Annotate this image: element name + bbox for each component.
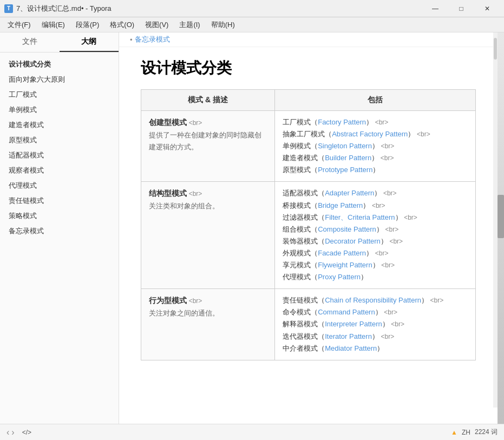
title-bar: T 7、设计模式汇总.md• - Typora — □ ✕ (0, 0, 504, 17)
breadcrumb: • 备忘录模式 (119, 32, 498, 47)
list-item: 享元模式（Flyweight Pattern） <br> (283, 261, 395, 269)
list-item: 工厂模式（Factory Pattern） <br> (283, 118, 388, 126)
table-row: 行为型模式 <br>关注对象之间的通信。责任链模式（Chain of Respo… (141, 289, 476, 360)
pattern-category-cell: 行为型模式 <br>关注对象之间的通信。 (141, 289, 275, 360)
br-tag: <br> (381, 142, 395, 150)
pattern-includes-cell: 责任链模式（Chain of Responsibility Pattern） <… (275, 289, 476, 360)
pattern-includes-cell: 适配器模式（Adapter Pattern） <br>桥接模式（Bridge P… (275, 182, 476, 289)
minimize-button[interactable]: — (423, 0, 448, 17)
sidebar-item-strategy[interactable]: 策略模式 (0, 208, 119, 224)
sidebar-item-prototype[interactable]: 原型模式 (0, 133, 119, 148)
pattern-link[interactable]: Composite Pattern (318, 225, 376, 233)
word-count: 2224 词 (475, 428, 498, 437)
pattern-link[interactable]: Command Pattern (318, 308, 375, 316)
sidebar-item-builder[interactable]: 建造者模式 (0, 117, 119, 133)
list-item: 装饰器模式（Decorator Pattern） <br> (283, 237, 403, 245)
pattern-link[interactable]: Prototype Pattern (318, 166, 372, 174)
sidebar-item-chain[interactable]: 责任链模式 (0, 193, 119, 208)
pattern-link[interactable]: Decorator Pattern (325, 237, 381, 245)
maximize-button[interactable]: □ (449, 0, 474, 17)
pattern-name: 行为型模式 (149, 296, 187, 305)
list-item: 中介者模式（Mediator Pattern） (283, 344, 384, 352)
pattern-link[interactable]: Factory Pattern (318, 118, 366, 126)
table-header-pattern: 模式 & 描述 (141, 90, 275, 111)
list-item: 解释器模式（Interpreter Pattern） <br> (283, 320, 404, 328)
pattern-link[interactable]: Iterator Pattern (325, 332, 372, 340)
list-item: 建造者模式（Builder Pattern） <br> (283, 154, 394, 162)
list-item: 单例模式（Singleton Pattern） <br> (283, 142, 394, 150)
pattern-link[interactable]: Adapter Pattern (325, 189, 374, 197)
br-tag: <br> (383, 189, 397, 197)
br-tag: <br> (189, 119, 202, 127)
scrollbar-thumb[interactable] (494, 38, 497, 60)
page-title: 设计模式分类 (141, 58, 476, 78)
pattern-link[interactable]: Facade Pattern (318, 249, 366, 257)
tab-outline[interactable]: 大纲 (60, 32, 119, 52)
sidebar-item-design-patterns[interactable]: 设计模式分类 (0, 57, 119, 72)
list-item: 原型模式（Prototype Pattern） (283, 166, 379, 174)
close-button[interactable]: ✕ (475, 0, 500, 17)
main-container: 文件 大纲 设计模式分类 面向对象六大原则 工厂模式 单例模式 建造者模式 原型… (0, 32, 504, 424)
pattern-includes-cell: 工厂模式（Factory Pattern） <br>抽象工厂模式（Abstrac… (275, 111, 476, 182)
sidebar-item-adapter[interactable]: 适配器模式 (0, 148, 119, 163)
doc-content: 设计模式分类 模式 & 描述 包括 创建型模式 <br>提供了一种在创建对象的同… (119, 47, 498, 424)
br-tag: <br> (384, 308, 397, 316)
breadcrumb-link[interactable]: 备忘录模式 (135, 35, 170, 44)
pattern-link[interactable]: Chain of Responsibility Pattern (325, 296, 421, 304)
language-indicator[interactable]: ZH (462, 429, 470, 436)
sidebar-item-factory[interactable]: 工厂模式 (0, 87, 119, 102)
pattern-desc: 关注对象之间的通信。 (149, 309, 219, 317)
pattern-link[interactable]: Bridge Pattern (318, 201, 363, 209)
list-item: 适配器模式（Adapter Pattern） <br> (283, 189, 396, 197)
pattern-link[interactable]: Singleton Pattern (318, 142, 372, 150)
menu-bar: 文件(F) 编辑(E) 段落(P) 格式(O) 视图(V) 主题(I) 帮助(H… (0, 17, 504, 32)
menu-help[interactable]: 帮助(H) (206, 18, 240, 32)
sidebar-item-memo[interactable]: 备忘录模式 (0, 224, 119, 239)
pattern-desc: 提供了一种在创建对象的同时隐藏创建逻辑的方式。 (149, 131, 261, 151)
list-item: 外观模式（Facade Pattern） <br> (283, 249, 388, 257)
br-tag: <br> (381, 154, 394, 162)
br-tag: <br> (385, 226, 398, 233)
pattern-desc: 关注类和对象的组合。 (149, 202, 219, 210)
pattern-link[interactable]: Builder Pattern (325, 154, 371, 162)
sidebar-item-oop-principles[interactable]: 面向对象六大原则 (0, 72, 119, 87)
list-item: 组合模式（Composite Pattern） <br> (283, 225, 398, 233)
br-tag: <br> (391, 320, 404, 328)
nav-arrows: ‹ › (6, 428, 15, 437)
menu-edit[interactable]: 编辑(E) (36, 18, 70, 32)
br-tag: <br> (417, 130, 430, 138)
code-icon[interactable]: </> (22, 429, 31, 436)
table-row: 创建型模式 <br>提供了一种在创建对象的同时隐藏创建逻辑的方式。工厂模式（Fa… (141, 111, 476, 182)
sidebar-nav: 设计模式分类 面向对象六大原则 工厂模式 单例模式 建造者模式 原型模式 适配器… (0, 52, 119, 424)
menu-theme[interactable]: 主题(I) (174, 18, 205, 32)
breadcrumb-bullet: • (130, 36, 133, 44)
sidebar-item-observer[interactable]: 观察者模式 (0, 163, 119, 178)
table-row: 结构型模式 <br>关注类和对象的组合。适配器模式（Adapter Patter… (141, 182, 476, 289)
br-tag: <br> (189, 190, 202, 198)
menu-file[interactable]: 文件(F) (2, 18, 36, 32)
tab-file[interactable]: 文件 (0, 32, 60, 52)
nav-next[interactable]: › (11, 428, 14, 437)
menu-view[interactable]: 视图(V) (140, 18, 174, 32)
sidebar-item-proxy[interactable]: 代理模式 (0, 178, 119, 193)
menu-format[interactable]: 格式(O) (104, 18, 140, 32)
pattern-link[interactable]: Interpreter Pattern (325, 320, 382, 328)
list-item: 桥接模式（Bridge Pattern） <br> (283, 201, 385, 209)
menu-paragraph[interactable]: 段落(P) (70, 18, 104, 32)
pattern-link[interactable]: Filter、Criteria Pattern (325, 213, 395, 221)
sidebar-item-singleton[interactable]: 单例模式 (0, 102, 119, 117)
list-item: 责任链模式（Chain of Responsibility Pattern） <… (283, 296, 443, 304)
br-tag: <br> (375, 249, 389, 257)
design-table: 模式 & 描述 包括 创建型模式 <br>提供了一种在创建对象的同时隐藏创建逻辑… (141, 89, 476, 360)
nav-prev[interactable]: ‹ (6, 428, 9, 437)
pattern-link[interactable]: Mediator Pattern (325, 344, 377, 352)
window-title: 7、设计模式汇总.md• - Typora (16, 4, 423, 14)
br-tag: <br> (189, 297, 202, 305)
pattern-link[interactable]: Abstract Factory Pattern (332, 130, 408, 138)
status-bar: ‹ › </> ▲ ZH 2224 词 (0, 424, 504, 440)
pattern-link[interactable]: Flyweight Pattern (318, 261, 372, 269)
warning-icon: ▲ (451, 429, 457, 436)
pattern-link[interactable]: Proxy Pattern (318, 273, 361, 281)
scrollbar[interactable] (493, 32, 498, 408)
list-item: 迭代器模式（Iterator Pattern） <br> (283, 332, 394, 340)
